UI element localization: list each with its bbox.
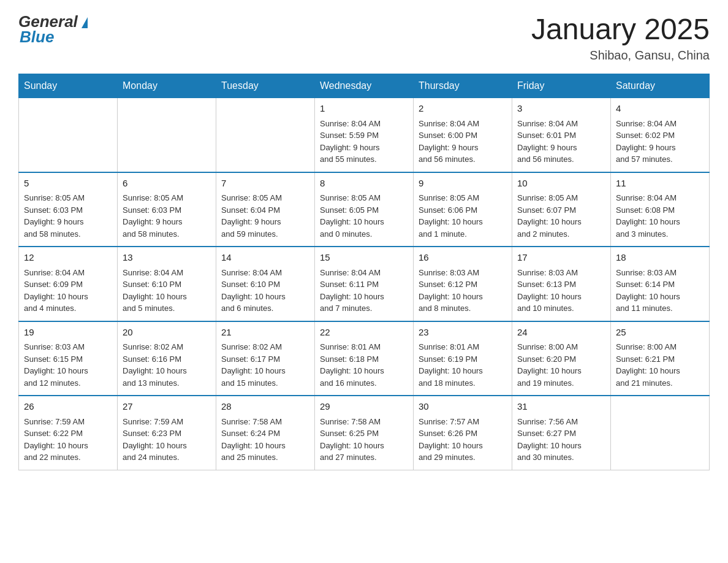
calendar-cell: 20Sunrise: 8:02 AM Sunset: 6:16 PM Dayli… [118,321,216,396]
day-info: Sunrise: 7:58 AM Sunset: 6:25 PM Dayligh… [320,416,408,464]
calendar-cell: 14Sunrise: 8:04 AM Sunset: 6:10 PM Dayli… [216,247,315,321]
day-number: 1 [320,102,408,116]
day-number: 27 [123,400,211,414]
day-number: 29 [320,400,408,414]
day-info: Sunrise: 8:02 AM Sunset: 6:17 PM Dayligh… [221,341,309,389]
day-info: Sunrise: 7:59 AM Sunset: 6:23 PM Dayligh… [123,416,211,464]
day-info: Sunrise: 7:57 AM Sunset: 6:26 PM Dayligh… [419,416,507,464]
day-number: 12 [24,251,112,265]
calendar-cell [118,98,216,172]
day-number: 14 [221,251,309,265]
weekday-header-friday: Friday [512,74,611,98]
day-number: 17 [517,251,605,265]
day-info: Sunrise: 8:04 AM Sunset: 6:11 PM Dayligh… [320,267,408,315]
header: General Blue January 2025 Shibao, Gansu,… [18,12,710,63]
day-info: Sunrise: 8:05 AM Sunset: 6:06 PM Dayligh… [419,192,507,240]
calendar-cell: 4Sunrise: 8:04 AM Sunset: 6:02 PM Daylig… [611,98,710,172]
day-info: Sunrise: 8:03 AM Sunset: 6:13 PM Dayligh… [517,267,605,315]
day-number: 13 [123,251,211,265]
day-info: Sunrise: 8:00 AM Sunset: 6:21 PM Dayligh… [616,341,704,389]
day-number: 16 [419,251,507,265]
day-number: 4 [616,102,704,116]
calendar-cell: 11Sunrise: 8:04 AM Sunset: 6:08 PM Dayli… [611,172,710,247]
calendar-cell: 27Sunrise: 7:59 AM Sunset: 6:23 PM Dayli… [118,396,216,470]
day-info: Sunrise: 8:04 AM Sunset: 6:01 PM Dayligh… [517,118,605,166]
day-number: 19 [24,326,112,340]
title-area: January 2025 Shibao, Gansu, China [531,12,710,63]
day-number: 30 [419,400,507,414]
calendar-subtitle: Shibao, Gansu, China [531,48,710,63]
day-number: 3 [517,102,605,116]
day-number: 24 [517,326,605,340]
calendar-cell [19,98,118,172]
day-number: 28 [221,400,309,414]
day-info: Sunrise: 8:03 AM Sunset: 6:14 PM Dayligh… [616,267,704,315]
weekday-header-tuesday: Tuesday [216,74,315,98]
calendar-week-row: 12Sunrise: 8:04 AM Sunset: 6:09 PM Dayli… [19,247,710,321]
day-number: 8 [320,177,408,191]
calendar-cell: 26Sunrise: 7:59 AM Sunset: 6:22 PM Dayli… [19,396,118,470]
calendar-cell: 19Sunrise: 8:03 AM Sunset: 6:15 PM Dayli… [19,321,118,396]
day-number: 18 [616,251,704,265]
day-number: 10 [517,177,605,191]
day-number: 23 [419,326,507,340]
calendar-week-row: 1Sunrise: 8:04 AM Sunset: 5:59 PM Daylig… [19,98,710,172]
day-number: 21 [221,326,309,340]
calendar-cell: 21Sunrise: 8:02 AM Sunset: 6:17 PM Dayli… [216,321,315,396]
calendar-cell: 18Sunrise: 8:03 AM Sunset: 6:14 PM Dayli… [611,247,710,321]
day-number: 11 [616,177,704,191]
day-info: Sunrise: 8:05 AM Sunset: 6:03 PM Dayligh… [24,192,112,240]
day-info: Sunrise: 8:04 AM Sunset: 6:08 PM Dayligh… [616,192,704,240]
calendar-cell: 10Sunrise: 8:05 AM Sunset: 6:07 PM Dayli… [512,172,611,247]
day-info: Sunrise: 8:00 AM Sunset: 6:20 PM Dayligh… [517,341,605,389]
calendar-cell: 9Sunrise: 8:05 AM Sunset: 6:06 PM Daylig… [414,172,512,247]
weekday-header-thursday: Thursday [414,74,512,98]
day-info: Sunrise: 8:04 AM Sunset: 5:59 PM Dayligh… [320,118,408,166]
calendar-cell: 12Sunrise: 8:04 AM Sunset: 6:09 PM Dayli… [19,247,118,321]
day-info: Sunrise: 8:04 AM Sunset: 6:09 PM Dayligh… [24,267,112,315]
day-info: Sunrise: 8:04 AM Sunset: 6:02 PM Dayligh… [616,118,704,166]
calendar-cell: 15Sunrise: 8:04 AM Sunset: 6:11 PM Dayli… [315,247,414,321]
day-info: Sunrise: 7:56 AM Sunset: 6:27 PM Dayligh… [517,416,605,464]
day-info: Sunrise: 8:05 AM Sunset: 6:03 PM Dayligh… [123,192,211,240]
calendar-table: SundayMondayTuesdayWednesdayThursdayFrid… [18,74,710,470]
calendar-cell: 29Sunrise: 7:58 AM Sunset: 6:25 PM Dayli… [315,396,414,470]
day-number: 31 [517,400,605,414]
day-info: Sunrise: 8:04 AM Sunset: 6:00 PM Dayligh… [419,118,507,166]
calendar-cell: 28Sunrise: 7:58 AM Sunset: 6:24 PM Dayli… [216,396,315,470]
day-info: Sunrise: 8:03 AM Sunset: 6:15 PM Dayligh… [24,341,112,389]
day-number: 5 [24,177,112,191]
calendar-cell: 5Sunrise: 8:05 AM Sunset: 6:03 PM Daylig… [19,172,118,247]
calendar-cell: 31Sunrise: 7:56 AM Sunset: 6:27 PM Dayli… [512,396,611,470]
calendar-cell: 22Sunrise: 8:01 AM Sunset: 6:18 PM Dayli… [315,321,414,396]
calendar-week-row: 26Sunrise: 7:59 AM Sunset: 6:22 PM Dayli… [19,396,710,470]
logo: General Blue [18,12,88,47]
day-info: Sunrise: 8:03 AM Sunset: 6:12 PM Dayligh… [419,267,507,315]
day-info: Sunrise: 8:05 AM Sunset: 6:04 PM Dayligh… [221,192,309,240]
day-number: 25 [616,326,704,340]
day-number: 15 [320,251,408,265]
calendar-cell: 16Sunrise: 8:03 AM Sunset: 6:12 PM Dayli… [414,247,512,321]
weekday-header-saturday: Saturday [611,74,710,98]
calendar-cell: 8Sunrise: 8:05 AM Sunset: 6:05 PM Daylig… [315,172,414,247]
calendar-title: January 2025 [531,12,710,46]
day-info: Sunrise: 8:04 AM Sunset: 6:10 PM Dayligh… [221,267,309,315]
day-info: Sunrise: 8:05 AM Sunset: 6:05 PM Dayligh… [320,192,408,240]
calendar-cell: 23Sunrise: 8:01 AM Sunset: 6:19 PM Dayli… [414,321,512,396]
logo-blue-text: Blue [20,28,54,47]
calendar-cell: 17Sunrise: 8:03 AM Sunset: 6:13 PM Dayli… [512,247,611,321]
day-number: 2 [419,102,507,116]
day-info: Sunrise: 7:58 AM Sunset: 6:24 PM Dayligh… [221,416,309,464]
calendar-cell: 3Sunrise: 8:04 AM Sunset: 6:01 PM Daylig… [512,98,611,172]
calendar-cell: 30Sunrise: 7:57 AM Sunset: 6:26 PM Dayli… [414,396,512,470]
day-number: 9 [419,177,507,191]
day-number: 20 [123,326,211,340]
day-number: 6 [123,177,211,191]
calendar-cell [611,396,710,470]
weekday-header-sunday: Sunday [19,74,118,98]
calendar-cell: 1Sunrise: 8:04 AM Sunset: 5:59 PM Daylig… [315,98,414,172]
weekday-header-wednesday: Wednesday [315,74,414,98]
calendar-week-row: 5Sunrise: 8:05 AM Sunset: 6:03 PM Daylig… [19,172,710,247]
calendar-cell: 6Sunrise: 8:05 AM Sunset: 6:03 PM Daylig… [118,172,216,247]
day-number: 7 [221,177,309,191]
